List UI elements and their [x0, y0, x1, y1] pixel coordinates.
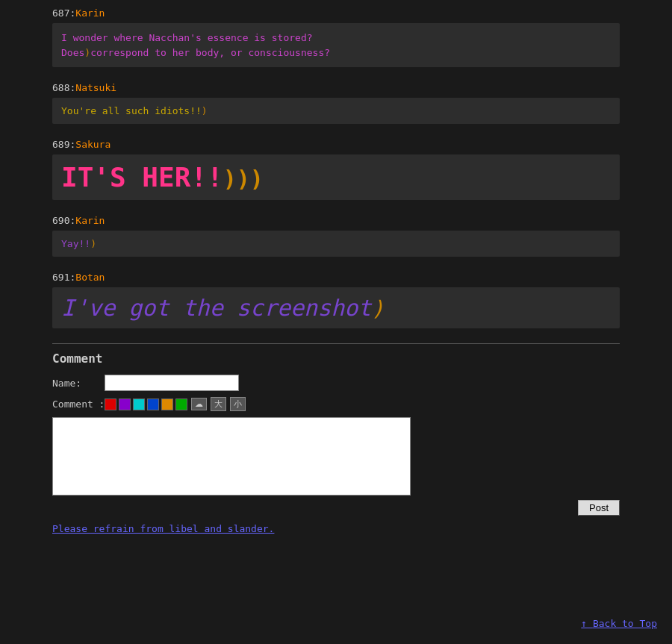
color-btn-red[interactable] — [105, 398, 116, 410]
comment-entry-687: 687:Karin I wonder where Nacchan's essen… — [52, 7, 620, 67]
comment-author-691: Botan — [75, 272, 105, 283]
post-button-wrapper: Post — [261, 500, 620, 516]
comment-author-689: Sakura — [75, 139, 111, 150]
comment-box-690: Yay!!) — [52, 231, 620, 257]
comment-number-688: 688 — [52, 82, 69, 93]
color-btn-orange[interactable] — [161, 398, 173, 410]
comment-entry-688: 688:Natsuki You're all such idiots!!) — [52, 82, 620, 124]
comment-label: Comment : — [52, 398, 105, 410]
comment-text-687-line1: I wonder where Nacchan's essence is stor… — [61, 31, 611, 46]
comment-author-688: Natsuki — [75, 82, 116, 93]
emoji-691: ) — [371, 296, 384, 321]
comment-box-688: You're all such idiots!!) — [52, 98, 620, 124]
comment-textarea[interactable] — [52, 417, 411, 495]
comment-box-687: I wonder where Nacchan's essence is stor… — [52, 23, 620, 67]
warning-text: Please refrain from libel and slander. — [52, 523, 620, 534]
comment-number-689: 689 — [52, 139, 69, 150]
comment-number-687: 687 — [52, 7, 69, 19]
comment-text-691: I've got the screenshot) — [61, 295, 384, 321]
comment-header-687: 687:Karin — [52, 7, 620, 19]
comment-label-row: Comment : ☁ 大 小 — [52, 397, 620, 411]
comment-header-691: 691:Botan — [52, 272, 620, 283]
name-label: Name: — [52, 378, 105, 389]
comment-text-690: Yay!!) — [61, 238, 96, 249]
post-button[interactable]: Post — [578, 500, 620, 516]
color-btn-purple[interactable] — [119, 398, 131, 410]
comment-text-687-line2: Does)correspond to her body, or consciou… — [61, 46, 611, 60]
color-buttons: ☁ 大 小 — [105, 397, 246, 411]
comment-form-title: Comment — [52, 351, 620, 366]
comment-number-690: 690 — [52, 215, 69, 226]
emoji-688: ) — [202, 105, 208, 116]
emoji-690: ) — [90, 238, 96, 249]
comment-header-689: 689:Sakura — [52, 139, 620, 150]
name-row: Name: — [52, 375, 620, 391]
emoji-689: ))) — [223, 166, 264, 192]
comment-entry-690: 690:Karin Yay!!) — [52, 215, 620, 257]
comment-header-688: 688:Natsuki — [52, 82, 620, 93]
icon-btn-small[interactable]: 小 — [230, 397, 246, 411]
comment-box-689: IT'S HER!!))) — [52, 154, 620, 200]
comment-entry-689: 689:Sakura IT'S HER!!))) — [52, 139, 620, 200]
page-wrapper: 687:Karin I wonder where Nacchan's essen… — [0, 0, 672, 644]
comment-box-691: I've got the screenshot) — [52, 287, 620, 328]
back-to-top[interactable]: Back to Top — [581, 618, 657, 629]
comment-author-687: Karin — [75, 7, 105, 19]
name-input[interactable] — [105, 375, 239, 391]
color-btn-blue[interactable] — [147, 398, 159, 410]
comment-author-690: Karin — [75, 215, 105, 226]
color-btn-green[interactable] — [175, 398, 187, 410]
comment-form-section: Comment Name: Comment : ☁ 大 小 Post Plea — [52, 343, 620, 534]
color-btn-cyan[interactable] — [133, 398, 145, 410]
icon-btn-large[interactable]: 大 — [211, 397, 226, 411]
comment-header-690: 690:Karin — [52, 215, 620, 226]
comment-text-688: You're all such idiots!!) — [61, 105, 208, 116]
comment-entry-691: 691:Botan I've got the screenshot) — [52, 272, 620, 328]
comment-text-689: IT'S HER!!))) — [61, 162, 264, 193]
comment-number-691: 691 — [52, 272, 69, 283]
emoji-687: ) — [84, 47, 90, 58]
icon-btn-cloud[interactable]: ☁ — [191, 398, 207, 410]
